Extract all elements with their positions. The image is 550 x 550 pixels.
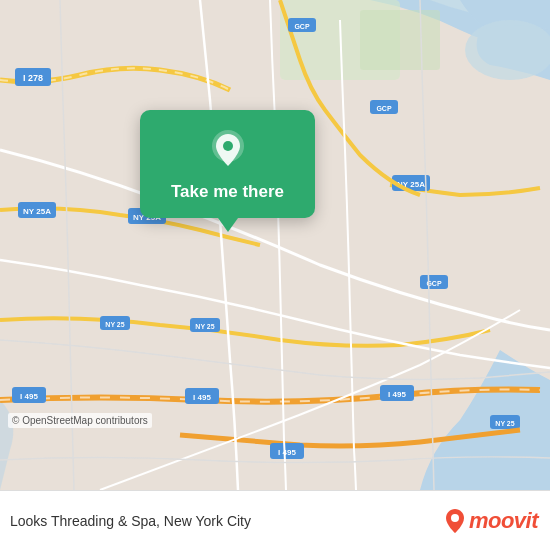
svg-text:NY 25A: NY 25A [23, 207, 51, 216]
business-location-text: Looks Threading & Spa, New York City [10, 513, 251, 529]
svg-text:NY 25: NY 25 [495, 420, 514, 427]
moovit-logo: moovit [444, 508, 538, 534]
moovit-pin-icon [444, 508, 466, 534]
svg-rect-3 [360, 10, 440, 70]
svg-text:NY 25: NY 25 [195, 323, 214, 330]
navigation-popup[interactable]: Take me there [140, 110, 315, 218]
map-container: I 278 NY 25A NY 25A NY 25A GCP GCP GCP N… [0, 0, 550, 490]
svg-text:I 495: I 495 [388, 390, 406, 399]
popup-cta-label: Take me there [171, 182, 284, 202]
svg-text:GCP: GCP [376, 105, 392, 112]
moovit-brand-text: moovit [469, 508, 538, 534]
svg-point-33 [223, 141, 233, 151]
svg-text:I 495: I 495 [20, 392, 38, 401]
svg-text:GCP: GCP [294, 23, 310, 30]
map-copyright: © OpenStreetMap contributors [8, 413, 152, 428]
svg-text:NY 25: NY 25 [105, 321, 124, 328]
footer-bar: Looks Threading & Spa, New York City moo… [0, 490, 550, 550]
svg-text:I 495: I 495 [278, 448, 296, 457]
svg-text:I 278: I 278 [23, 73, 43, 83]
svg-text:I 495: I 495 [193, 393, 211, 402]
svg-point-34 [451, 514, 459, 522]
location-pin-icon [206, 128, 250, 172]
